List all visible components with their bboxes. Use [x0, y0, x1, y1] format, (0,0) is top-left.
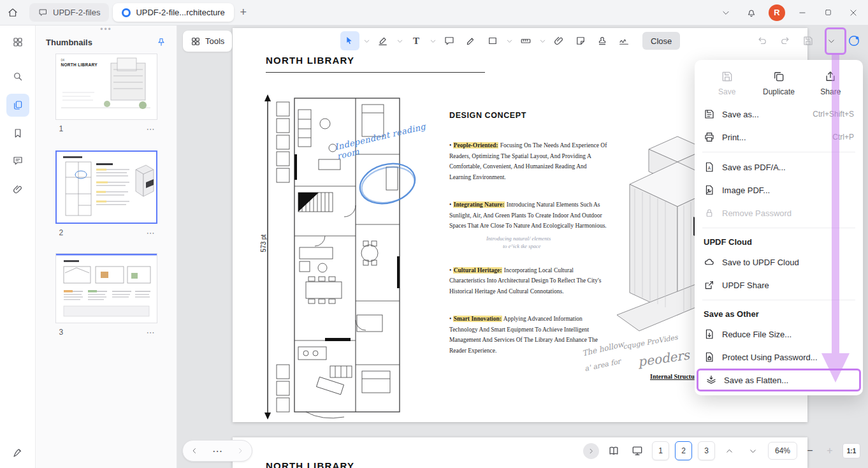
inline-handwriting-note: Introducing natural/ elements to e^ick t…: [486, 235, 610, 250]
design-bullet-1: • People-Oriented: Focusing On The Needs…: [449, 140, 610, 182]
tabs-dropdown-button[interactable]: [715, 2, 737, 24]
sidebar-item-bookmarks[interactable]: [6, 122, 29, 145]
sidebar-item-search[interactable]: [6, 65, 29, 88]
thumbnail-page-2[interactable]: [55, 150, 157, 224]
paperclip-icon: [553, 35, 565, 47]
bookmark-icon: [12, 128, 24, 139]
zoom-out-button[interactable]: −: [803, 442, 817, 459]
page-button-3[interactable]: 3: [698, 441, 715, 460]
undo-button[interactable]: [753, 31, 771, 50]
reader-mode-button[interactable]: [605, 442, 623, 460]
zoom-level-dropdown[interactable]: 64%: [768, 442, 797, 460]
measure-tool-dropdown[interactable]: [538, 31, 547, 50]
page-button-2[interactable]: 2: [675, 441, 692, 460]
menu-item-reduce-file-size[interactable]: Reduce File Size...: [695, 323, 863, 346]
zoom-in-button[interactable]: +: [823, 442, 837, 459]
presentation-mode-button[interactable]: [628, 442, 646, 460]
tab-label: UPDF-2-files: [53, 8, 100, 17]
sidebar-item-comments[interactable]: [6, 149, 29, 172]
new-tab-button[interactable]: +: [234, 3, 253, 22]
thumbnail-3-options-button[interactable]: ⋯: [147, 328, 157, 337]
pencil-icon: [465, 35, 477, 47]
text-tool-dropdown[interactable]: [428, 31, 437, 50]
attach-tool-button[interactable]: [549, 31, 568, 50]
home-button[interactable]: [0, 0, 25, 26]
next-page-button[interactable]: [744, 442, 762, 460]
chevron-down-icon: [430, 38, 437, 45]
page-title: NORTH LIBRARY: [266, 55, 485, 73]
account-button[interactable]: R: [766, 2, 788, 24]
compress-document-icon: [704, 328, 715, 340]
sidebar-item-signature[interactable]: [6, 441, 29, 464]
menu-item-save-to-updf-cloud[interactable]: Save to UPDF Cloud: [695, 251, 863, 274]
menu-item-protect-using-password[interactable]: Protect Using Password...: [695, 346, 863, 369]
ellipse-annotation[interactable]: [356, 157, 419, 210]
titlebar-right: R: [715, 2, 868, 24]
save-icon: [802, 35, 814, 47]
sidebar-item-apps[interactable]: [6, 31, 29, 54]
menu-duplicate-button[interactable]: Duplicate: [753, 68, 804, 96]
actual-size-button[interactable]: 1:1: [843, 443, 860, 458]
thumbnail-page-3[interactable]: [55, 253, 157, 323]
highlight-tool-button[interactable]: [373, 31, 393, 50]
menu-item-save-as-flatten[interactable]: Save as Flatten...: [697, 369, 861, 391]
menu-item-save-as[interactable]: Save as... Ctrl+Shift+S: [695, 103, 863, 126]
chevron-right-icon: [588, 448, 595, 455]
pencil-tool-button[interactable]: [461, 31, 481, 50]
previous-page-button[interactable]: [721, 442, 739, 460]
menu-item-save-as-pdfa[interactable]: A Save as PDF/A...: [695, 156, 863, 179]
tools-button[interactable]: Tools: [183, 31, 232, 52]
menu-item-updf-share[interactable]: UPDF Share: [695, 274, 863, 296]
select-tool-dropdown[interactable]: [362, 31, 371, 50]
sidebar-item-thumbnails[interactable]: [6, 94, 29, 117]
thumbnail-page-1[interactable]: 04 NORTH LIBRARY: [55, 54, 157, 120]
thumbnails-header: Thumbnails: [36, 34, 177, 54]
redo-button[interactable]: [776, 31, 794, 50]
pin-panel-button[interactable]: [156, 37, 166, 47]
shape-tool-dropdown[interactable]: [505, 31, 514, 50]
expand-panel-button[interactable]: [583, 443, 599, 459]
design-bullet-2: • Integrating Nature: Introducing Natura…: [449, 200, 610, 231]
updf-app: UPDF-2-files UPDF-2-file...rchitecture +…: [0, 0, 868, 468]
undo-icon: [756, 35, 768, 47]
file-tab-icon: [38, 8, 48, 17]
design-concept-block: DESIGN CONCEPT • People-Oriented: Focusi…: [449, 111, 610, 373]
highlight-tool-dropdown[interactable]: [395, 31, 404, 50]
updf-ai-button[interactable]: [845, 31, 863, 50]
measure-tool-button[interactable]: [516, 31, 535, 50]
signature-tool-button[interactable]: [614, 31, 633, 50]
save-quick-button[interactable]: [799, 31, 817, 50]
notifications-button[interactable]: [741, 2, 762, 24]
close-toolbar-button[interactable]: Close: [642, 32, 680, 50]
text-tool-button[interactable]: T: [407, 31, 426, 50]
minimize-icon: [798, 8, 807, 17]
menu-item-print[interactable]: Print... Ctrl+P: [695, 126, 863, 149]
stamp-tool-button[interactable]: [593, 31, 612, 50]
sidebar-item-attachments[interactable]: [6, 178, 29, 201]
panel-drag-handle[interactable]: •••: [36, 26, 177, 34]
save-options-dropdown-button[interactable]: [822, 31, 840, 50]
close-window-button[interactable]: [843, 2, 864, 24]
menu-item-remove-password[interactable]: Remove Password: [695, 201, 863, 224]
menu-save-button[interactable]: Save: [701, 68, 753, 96]
nav-back-button[interactable]: [186, 442, 203, 459]
menu-share-button[interactable]: Share: [805, 68, 857, 96]
tool-strip: T: [340, 29, 680, 52]
chevron-right-icon: [236, 447, 244, 455]
bullet-lead: Integrating Nature:: [453, 201, 505, 208]
comment-tool-button[interactable]: [440, 31, 459, 50]
tab-updf-architecture[interactable]: UPDF-2-file...rchitecture: [113, 3, 233, 22]
maximize-button[interactable]: [817, 2, 839, 24]
tab-updf-2-files[interactable]: UPDF-2-files: [29, 3, 109, 22]
shape-tool-button[interactable]: [483, 31, 502, 50]
nav-more-button[interactable]: ⋯: [209, 442, 226, 459]
nav-forward-button[interactable]: [232, 442, 249, 459]
screen-icon: [631, 444, 644, 457]
minimize-button[interactable]: [792, 2, 813, 24]
select-tool-button[interactable]: [340, 31, 359, 50]
thumbnail-2-options-button[interactable]: ⋯: [147, 228, 157, 238]
page-button-1[interactable]: 1: [652, 441, 669, 460]
menu-item-image-pdf[interactable]: Image PDF...: [695, 179, 863, 201]
thumbnail-1-options-button[interactable]: ⋯: [147, 124, 157, 134]
sticker-tool-button[interactable]: [571, 31, 590, 50]
